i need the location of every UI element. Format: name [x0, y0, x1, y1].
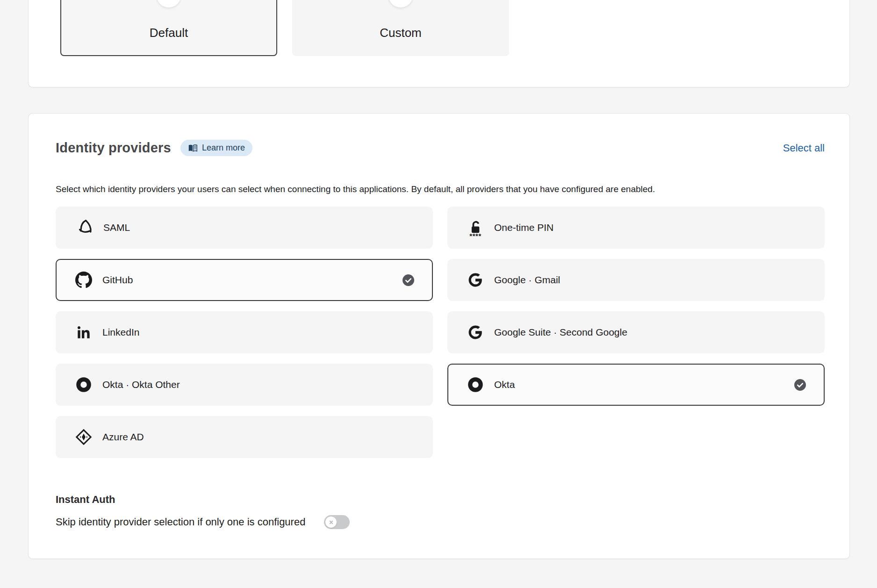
identity-providers-title: Identity providers [56, 140, 171, 156]
learn-more-label: Learn more [202, 143, 245, 153]
linkedin-icon [75, 324, 92, 341]
identity-providers-description: Select which identity providers your use… [56, 183, 825, 195]
page: Default Custom Identity providers Learn … [0, 0, 877, 588]
azure-ad-icon [75, 429, 92, 445]
github-icon [75, 272, 92, 288]
provider-label: LinkedIn [102, 327, 139, 338]
instant-auth-title: Instant Auth [56, 494, 825, 506]
book-icon [188, 144, 198, 152]
appearance-option-label: Custom [293, 26, 508, 40]
provider-tile-saml[interactable]: SAML [56, 207, 433, 249]
provider-grid: SAML One-time PIN GitHub Google · Gmai [56, 207, 825, 458]
okta-icon [75, 376, 92, 393]
provider-tile-google-suite-second-google[interactable]: Google Suite · Second Google [447, 311, 825, 353]
identity-providers-card: Identity providers Learn more Select all… [28, 113, 850, 559]
appearance-preview-circle [157, 0, 181, 7]
instant-auth-toggle[interactable] [324, 515, 350, 529]
provider-tile-okta-okta-other[interactable]: Okta · Okta Other [56, 364, 433, 406]
google-icon [467, 324, 484, 341]
toggle-knob [325, 516, 337, 528]
learn-more-badge[interactable]: Learn more [180, 140, 252, 156]
instant-auth-description: Skip identity provider selection if only… [56, 516, 305, 528]
toggle-off-x-icon [329, 520, 334, 525]
saml-icon [75, 218, 94, 237]
appearance-options: Default Custom [60, 0, 509, 56]
identity-providers-header-left: Identity providers Learn more [56, 140, 252, 156]
provider-label: Google Suite · Second Google [494, 327, 627, 338]
provider-tile-azure-ad[interactable]: Azure AD [56, 416, 433, 458]
selected-check-icon [794, 379, 806, 391]
selected-check-icon [403, 274, 414, 286]
appearance-card: Default Custom [28, 0, 850, 87]
provider-tile-github[interactable]: GitHub [56, 259, 433, 301]
provider-label: Okta [494, 379, 515, 390]
provider-tile-google-gmail[interactable]: Google · Gmail [447, 259, 825, 301]
provider-label: GitHub [102, 274, 133, 286]
provider-label: SAML [103, 222, 130, 233]
provider-tile-linkedin[interactable]: LinkedIn [56, 311, 433, 353]
appearance-option-default[interactable]: Default [60, 0, 277, 56]
appearance-option-custom[interactable]: Custom [292, 0, 509, 56]
provider-label: Okta · Okta Other [102, 379, 180, 390]
appearance-option-label: Default [61, 26, 276, 40]
google-icon [467, 272, 484, 288]
one-time-pin-icon [467, 219, 483, 239]
okta-icon [467, 376, 484, 393]
identity-providers-header: Identity providers Learn more Select all [56, 140, 825, 156]
instant-auth-row: Skip identity provider selection if only… [56, 515, 825, 529]
select-all-link[interactable]: Select all [783, 142, 825, 154]
provider-label: Google · Gmail [494, 274, 560, 286]
provider-tile-one-time-pin[interactable]: One-time PIN [447, 207, 825, 249]
appearance-preview-circle [388, 0, 413, 7]
provider-tile-okta[interactable]: Okta [447, 364, 825, 406]
provider-label: One-time PIN [494, 222, 554, 233]
provider-label: Azure AD [102, 431, 144, 443]
